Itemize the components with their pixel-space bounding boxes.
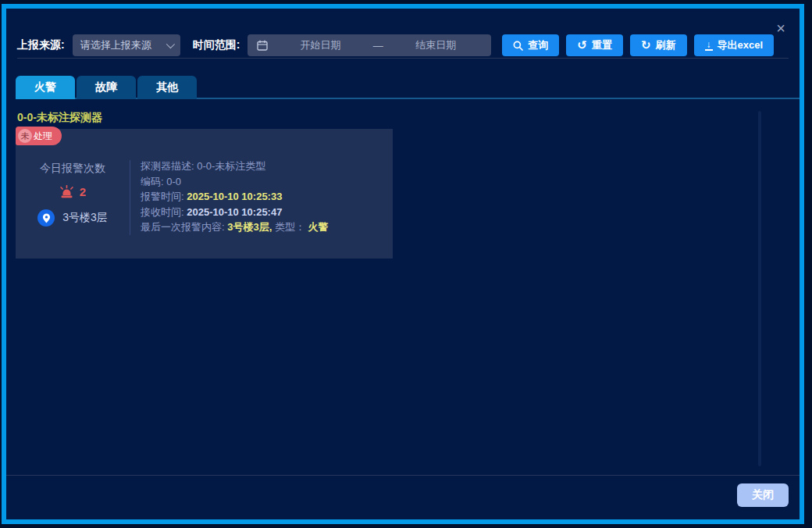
start-date-placeholder[interactable]: 开始日期 bbox=[274, 38, 366, 52]
end-date-placeholder[interactable]: 结束日期 bbox=[390, 38, 482, 52]
refresh-button-label: 刷新 bbox=[656, 38, 676, 52]
footer-divider bbox=[6, 475, 800, 476]
detail-row-code: 编码: 0-0 bbox=[141, 174, 329, 190]
scrollbar-track[interactable] bbox=[758, 111, 761, 466]
chevron-down-icon bbox=[166, 40, 174, 48]
last-alarm-type-value: 火警 bbox=[308, 221, 329, 233]
alarm-time-value: 2025-10-10 10:25:33 bbox=[187, 191, 282, 202]
tab-other[interactable]: 其他 bbox=[137, 76, 197, 99]
tab-fire-alarm[interactable]: 火警 bbox=[16, 76, 75, 99]
receive-time-value: 2025-10-10 10:25:47 bbox=[187, 206, 282, 218]
alarm-type-tabs: 火警 故障 其他 bbox=[16, 76, 800, 99]
reset-button-label: 重置 bbox=[592, 38, 612, 52]
calendar-icon bbox=[257, 40, 268, 51]
detector-title: 0-0-未标注探测器 bbox=[17, 111, 102, 125]
report-source-placeholder: 请选择上报来源 bbox=[80, 38, 162, 52]
detail-row-description: 探测器描述: 0-0-未标注类型 bbox=[141, 159, 329, 174]
alarm-details: 探测器描述: 0-0-未标注类型 编码: 0-0 报警时间: 2025-10-1… bbox=[141, 159, 329, 235]
detail-row-last-content: 最后一次报警内容: 3号楼3层, 类型： 火警 bbox=[141, 219, 329, 235]
export-excel-button-label: 导出excel bbox=[718, 38, 764, 52]
close-icon[interactable]: × bbox=[776, 22, 785, 34]
tab-fault[interactable]: 故障 bbox=[77, 76, 136, 99]
refresh-icon: ↻ bbox=[641, 40, 651, 51]
query-button[interactable]: 查询 bbox=[502, 34, 559, 56]
status-badge-circle: 未 bbox=[18, 129, 32, 143]
status-badge-label: 处理 bbox=[34, 130, 52, 143]
reset-button[interactable]: ↺ 重置 bbox=[566, 34, 623, 56]
today-count-label: 今日报警次数 bbox=[40, 162, 105, 176]
alarm-card[interactable]: 未 处理 今日报警次数 2 bbox=[16, 129, 393, 259]
search-icon bbox=[513, 41, 523, 51]
last-alarm-location-value: 3号楼3层, bbox=[227, 221, 272, 233]
card-divider bbox=[130, 160, 130, 235]
detector-description-value: 0-0-未标注类型 bbox=[197, 160, 265, 172]
alarm-dialog: × 上报来源: 请选择上报来源 时间范围: 开始日期 — 结束日期 bbox=[2, 4, 804, 524]
status-badge: 未 处理 bbox=[16, 127, 62, 145]
report-source-label: 上报来源: bbox=[17, 38, 65, 52]
detector-code-value: 0-0 bbox=[166, 176, 181, 187]
time-range-label: 时间范围: bbox=[193, 38, 240, 52]
date-range-input[interactable]: 开始日期 — 结束日期 bbox=[248, 34, 491, 56]
reset-icon: ↺ bbox=[577, 40, 587, 51]
location-text: 3号楼3层 bbox=[62, 211, 108, 225]
today-count-value: 2 bbox=[80, 185, 86, 198]
refresh-button[interactable]: ↻ 刷新 bbox=[630, 34, 687, 56]
query-button-label: 查询 bbox=[528, 38, 548, 52]
detail-row-receive-time: 接收时间: 2025-10-10 10:25:47 bbox=[141, 205, 329, 220]
report-source-select[interactable]: 请选择上报来源 bbox=[73, 34, 180, 56]
close-button[interactable]: 关闭 bbox=[737, 483, 789, 507]
download-icon: ↓ bbox=[705, 41, 713, 51]
filter-bar: 上报来源: 请选择上报来源 时间范围: 开始日期 — 结束日期 bbox=[17, 34, 789, 56]
detail-row-alarm-time: 报警时间: 2025-10-10 10:25:33 bbox=[141, 189, 329, 205]
header-divider bbox=[17, 58, 789, 59]
date-range-separator: — bbox=[367, 40, 390, 52]
location-pin-icon bbox=[37, 209, 55, 227]
alarm-summary: 今日报警次数 2 3号楼3层 bbox=[16, 154, 130, 227]
siren-alarm-icon bbox=[59, 185, 74, 198]
export-excel-button[interactable]: ↓ 导出excel bbox=[694, 34, 775, 56]
